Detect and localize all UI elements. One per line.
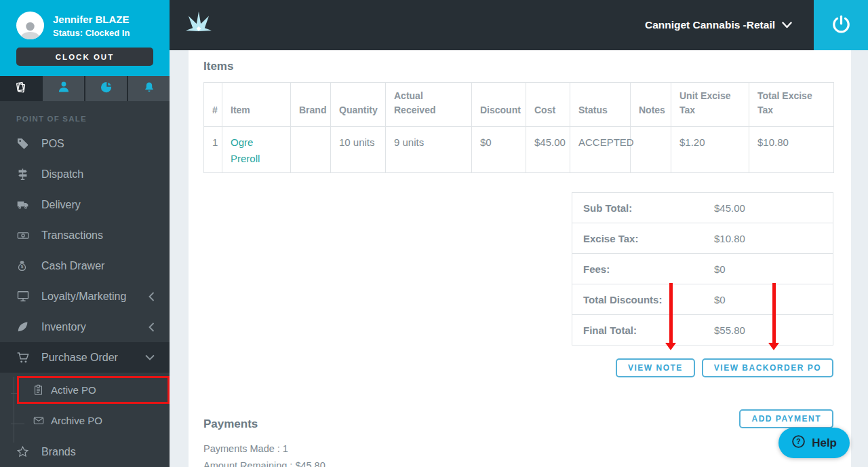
cell-notes: [631, 127, 671, 173]
banknote-icon: [16, 229, 30, 242]
tab-customers[interactable]: [43, 76, 84, 101]
chevron-down-icon: [782, 19, 792, 31]
totals-row-final-total: Final Total: $55.80: [572, 315, 833, 345]
content-background: Items # Item Brand Quantity Actual: [170, 50, 868, 467]
sidebar-item-pos[interactable]: POS: [0, 128, 170, 159]
svg-text:$: $: [21, 264, 24, 269]
sidebar-item-label: Loyalty/Marketing: [41, 291, 126, 303]
store-selector-label: Canniget Cannabis -Retail: [645, 19, 775, 31]
monitor-icon: [16, 290, 30, 303]
totals-label: Sub Total:: [572, 202, 714, 214]
chevron-down-icon: [145, 354, 155, 360]
col-header-cost: Cost: [526, 83, 570, 127]
user-panel: Jennifer BLAZE Status: Clocked In CLOCK …: [0, 0, 170, 76]
sidebar-item-label: Brands: [41, 446, 76, 458]
cell-brand: [291, 127, 331, 173]
pie-chart-icon: [100, 81, 113, 96]
items-table: # Item Brand Quantity Actual Received Di…: [203, 82, 834, 173]
bell-icon: [143, 81, 155, 96]
tab-register[interactable]: [0, 76, 41, 101]
totals-value: $10.80: [714, 233, 745, 244]
view-note-button[interactable]: VIEW NOTE: [616, 358, 695, 377]
sidebar-item-loyalty-marketing[interactable]: Loyalty/Marketing: [0, 281, 170, 312]
sidebar-item-transactions[interactable]: Transactions: [0, 220, 170, 250]
sidebar-item-purchase-order[interactable]: Purchase Order: [0, 342, 170, 373]
cannabis-leaf-logo: [186, 10, 212, 41]
sidebar-item-brands[interactable]: Brands: [0, 436, 170, 467]
totals-row-excise-tax: Excise Tax: $10.80: [572, 223, 833, 254]
sidebar-item-cash-drawer[interactable]: $ Cash Drawer: [0, 250, 170, 281]
sidebar-item-dispatch[interactable]: Dispatch: [0, 159, 170, 189]
help-button[interactable]: ? Help: [778, 428, 850, 458]
sidebar-icon-tabs: [0, 76, 170, 101]
leaf-icon: [16, 320, 30, 333]
cell-cost: $45.00: [526, 127, 570, 173]
tab-notifications[interactable]: [128, 76, 170, 101]
totals-label: Excise Tax:: [572, 233, 714, 244]
logout-power-button[interactable]: [814, 0, 868, 50]
col-header-total-excise-tax: Total Excise Tax: [749, 83, 834, 127]
totals-value: $0: [714, 294, 726, 305]
add-payment-button[interactable]: ADD PAYMENT: [739, 409, 833, 428]
sidebar-item-label: Archive PO: [51, 415, 102, 426]
items-section-title: Items: [203, 60, 833, 73]
tag-icon: [16, 137, 30, 150]
totals-box: Sub Total: $45.00 Excise Tax: $10.80 Fee…: [572, 192, 833, 345]
totals-value: $55.80: [714, 324, 745, 336]
payments-header: Payments ADD PAYMENT: [203, 409, 833, 431]
cell-unit-excise-tax: $1.20: [671, 127, 749, 173]
help-button-label: Help: [812, 436, 837, 450]
sidebar-item-label: Purchase Order: [41, 352, 118, 364]
question-circle-icon: ?: [791, 434, 806, 452]
power-icon: [831, 14, 852, 37]
star-icon: [16, 445, 30, 458]
clipboard-icon: [33, 384, 45, 396]
tab-reports[interactable]: [85, 76, 127, 101]
sidebar-item-label: POS: [41, 138, 64, 150]
sidebar-item-label: Dispatch: [41, 168, 83, 181]
sidebar-item-inventory[interactable]: Inventory: [0, 312, 170, 342]
cell-item: Ogre Preroll: [222, 127, 291, 173]
payments-made-line: Payments Made : 1: [203, 441, 833, 457]
cell-actual-received: 9 units: [386, 127, 472, 173]
chevron-left-icon: [149, 322, 155, 332]
view-backorder-po-button[interactable]: VIEW BACKORDER PO: [702, 358, 833, 377]
main-area: Canniget Cannabis -Retail Items: [170, 0, 868, 467]
purchase-order-panel: Items # Item Brand Quantity Actual: [189, 50, 851, 467]
cell-quantity: 10 units: [331, 127, 386, 173]
nav-section-label: POINT OF SALE: [0, 109, 170, 128]
clock-out-button[interactable]: CLOCK OUT: [16, 48, 153, 66]
po-actions-row: VIEW NOTE VIEW BACKORDER PO: [203, 358, 833, 377]
chevron-left-icon: [149, 292, 155, 301]
totals-value: $0: [714, 263, 726, 275]
totals-label: Fees:: [572, 263, 714, 275]
cart-icon: [16, 351, 30, 365]
sidebar-item-label: Active PO: [51, 384, 96, 396]
sidebar-item-delivery[interactable]: Delivery: [0, 189, 170, 220]
app-root: Jennifer BLAZE Status: Clocked In CLOCK …: [0, 0, 868, 467]
col-header-notes: Notes: [631, 83, 671, 127]
cell-discount: $0: [472, 127, 526, 173]
sidebar-nav: POINT OF SALE POS Dispatch Delivery Tran…: [0, 101, 170, 467]
money-bag-icon: $: [16, 259, 30, 272]
topbar: Canniget Cannabis -Retail: [170, 0, 868, 50]
cell-total-excise-tax: $10.80: [749, 127, 834, 173]
table-row: 1 Ogre Preroll 10 units 9 units $0 $45.0…: [204, 127, 834, 173]
user-name: Jennifer BLAZE: [53, 14, 130, 25]
payments-section-title: Payments: [203, 417, 258, 431]
sidebar-item-label: Inventory: [41, 321, 86, 333]
col-header-brand: Brand: [291, 83, 331, 127]
truck-icon: [16, 198, 30, 211]
col-header-actual-received: Actual Received: [386, 83, 472, 127]
sidebar-item-archive-po[interactable]: Archive PO: [0, 404, 170, 436]
item-link[interactable]: Ogre Preroll: [231, 136, 260, 164]
col-header-item: Item: [222, 83, 291, 127]
user-icon: [57, 80, 71, 96]
sidebar-item-active-po active-po-highlight[interactable]: Active PO: [17, 376, 170, 404]
store-selector[interactable]: Canniget Cannabis -Retail: [645, 19, 792, 31]
totals-row-subtotal: Sub Total: $45.00: [572, 193, 833, 223]
envelope-icon: [33, 415, 45, 426]
totals-row-total-discounts: Total Discounts: $0: [572, 284, 833, 315]
avatar: [16, 12, 44, 39]
col-header-status: Status: [570, 83, 631, 127]
